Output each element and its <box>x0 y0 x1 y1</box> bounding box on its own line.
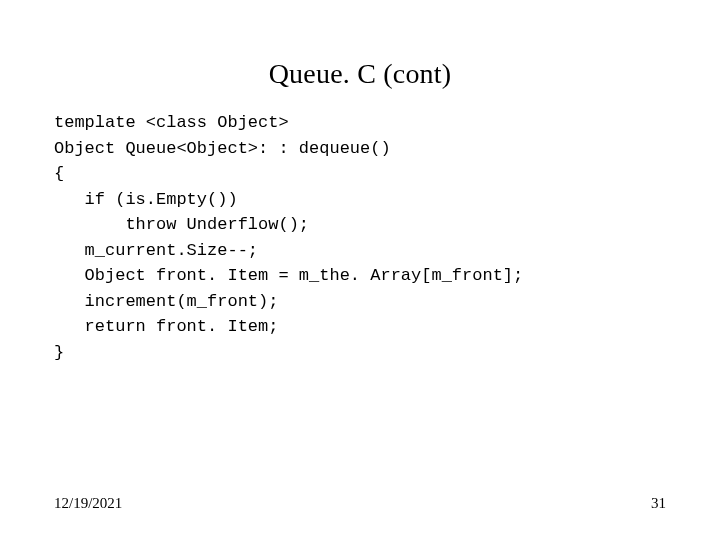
code-line: template <class Object> <box>54 113 289 132</box>
code-line: } <box>54 343 64 362</box>
code-line: return front. Item; <box>54 317 278 336</box>
code-line: increment(m_front); <box>54 292 278 311</box>
code-block: template <class Object> Object Queue<Obj… <box>0 110 720 365</box>
code-line: Object front. Item = m_the. Array[m_fron… <box>54 266 523 285</box>
slide-title: Queue. C (cont) <box>0 0 720 110</box>
code-line: throw Underflow(); <box>54 215 309 234</box>
code-line: m_current.Size--; <box>54 241 258 260</box>
footer-date: 12/19/2021 <box>54 495 122 512</box>
footer-page-number: 31 <box>651 495 666 512</box>
code-line: { <box>54 164 64 183</box>
code-line: if (is.Empty()) <box>54 190 238 209</box>
code-line: Object Queue<Object>: : dequeue() <box>54 139 391 158</box>
slide: Queue. C (cont) template <class Object> … <box>0 0 720 540</box>
